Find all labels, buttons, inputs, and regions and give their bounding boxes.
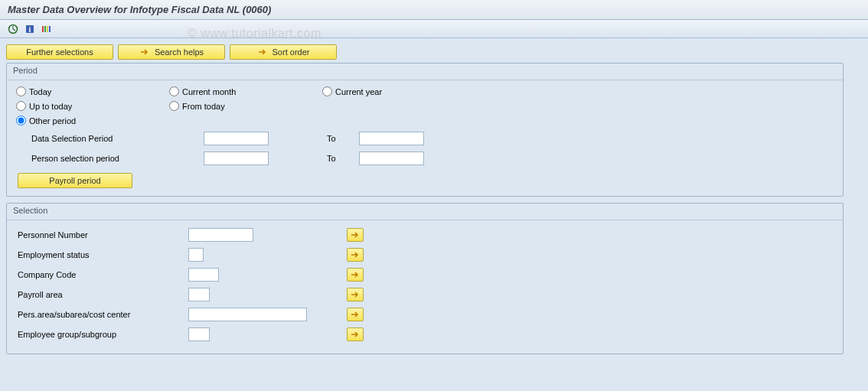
search-helps-button[interactable]: Search helps — [118, 44, 225, 60]
radio-label: Current year — [335, 87, 382, 96]
data-selection-period-label: Data Selection Period — [16, 134, 158, 143]
company-code-multi-button[interactable] — [347, 268, 364, 282]
selection-buttons-row: Further selections Search helps Sort ord… — [6, 44, 862, 60]
personnel-number-input[interactable] — [188, 228, 253, 242]
arrow-right-icon — [351, 291, 360, 298]
data-selection-from-input[interactable] — [204, 132, 269, 145]
button-label: Search helps — [155, 47, 204, 57]
arrow-right-icon — [351, 271, 360, 279]
radio-up-to-today[interactable]: Up to today — [16, 101, 139, 111]
person-selection-to-label: To — [321, 154, 359, 163]
button-label: Payroll period — [49, 176, 100, 185]
radio-from-today-input[interactable] — [169, 101, 179, 111]
radio-other-period-input[interactable] — [16, 116, 26, 125]
pers-area-label: Pers.area/subarea/cost center — [16, 310, 188, 319]
radio-from-today[interactable]: From today — [169, 101, 292, 111]
radio-label: From today — [182, 102, 225, 111]
radio-current-year[interactable]: Current year — [322, 86, 445, 96]
svg-text:i: i — [29, 25, 31, 34]
radio-up-to-today-input[interactable] — [16, 101, 26, 111]
arrow-right-icon — [351, 231, 360, 239]
title-bar: Master Data Overview for Infotype Fiscal… — [0, 0, 868, 20]
pers-area-multi-button[interactable] — [347, 308, 364, 321]
radio-today[interactable]: Today — [16, 86, 139, 96]
radio-current-month[interactable]: Current month — [169, 86, 292, 96]
svg-rect-8 — [49, 26, 51, 32]
arrow-right-icon — [139, 47, 150, 57]
company-code-input[interactable] — [188, 268, 219, 282]
variant-icon[interactable] — [40, 23, 54, 35]
employee-group-multi-button[interactable] — [347, 327, 364, 341]
further-selections-button[interactable]: Further selections — [6, 44, 113, 60]
employment-status-multi-button[interactable] — [347, 248, 364, 262]
arrow-right-icon — [351, 331, 360, 338]
person-selection-from-input[interactable] — [204, 152, 269, 165]
execute-icon[interactable] — [6, 23, 20, 35]
radio-current-month-input[interactable] — [169, 86, 179, 96]
employee-group-input[interactable] — [188, 327, 210, 341]
sort-order-button[interactable]: Sort order — [230, 44, 337, 60]
period-group: Period Today Current month Current year — [6, 63, 844, 197]
selection-group: Selection Personnel Number Employment st… — [6, 203, 844, 354]
personnel-number-label: Personnel Number — [16, 230, 188, 239]
svg-line-2 — [13, 29, 15, 31]
data-selection-to-label: To — [321, 134, 359, 143]
radio-other-period[interactable]: Other period — [16, 116, 139, 125]
employment-status-input[interactable] — [188, 248, 204, 262]
arrow-right-icon — [351, 311, 360, 318]
radio-label: Up to today — [29, 102, 72, 111]
radio-today-input[interactable] — [16, 86, 26, 96]
person-selection-to-input[interactable] — [359, 152, 424, 165]
button-label: Further selections — [26, 47, 93, 57]
svg-rect-7 — [47, 26, 48, 32]
pers-area-input[interactable] — [188, 308, 307, 321]
main-content: Further selections Search helps Sort ord… — [0, 38, 868, 391]
page-title: Master Data Overview for Infotype Fiscal… — [8, 4, 271, 15]
arrow-right-icon — [257, 47, 268, 57]
radio-current-year-input[interactable] — [322, 86, 332, 96]
employee-group-label: Employee group/subgroup — [16, 330, 188, 339]
period-legend: Period — [7, 64, 843, 78]
employment-status-label: Employment status — [16, 250, 188, 259]
payroll-area-input[interactable] — [188, 288, 210, 301]
arrow-right-icon — [351, 251, 360, 259]
app-toolbar: i — [0, 20, 868, 38]
data-selection-to-input[interactable] — [359, 132, 424, 145]
info-icon[interactable]: i — [23, 23, 37, 35]
radio-label: Today — [29, 87, 51, 96]
svg-rect-6 — [44, 26, 46, 32]
radio-label: Current month — [182, 87, 236, 96]
payroll-area-label: Payroll area — [16, 290, 188, 299]
radio-label: Other period — [29, 116, 76, 125]
selection-legend: Selection — [7, 204, 843, 218]
person-selection-period-label: Person selection period — [16, 154, 158, 163]
payroll-period-button[interactable]: Payroll period — [18, 173, 132, 188]
personnel-number-multi-button[interactable] — [347, 228, 364, 242]
svg-rect-5 — [42, 26, 44, 32]
payroll-area-multi-button[interactable] — [347, 288, 364, 301]
button-label: Sort order — [272, 47, 310, 57]
company-code-label: Company Code — [16, 270, 188, 279]
